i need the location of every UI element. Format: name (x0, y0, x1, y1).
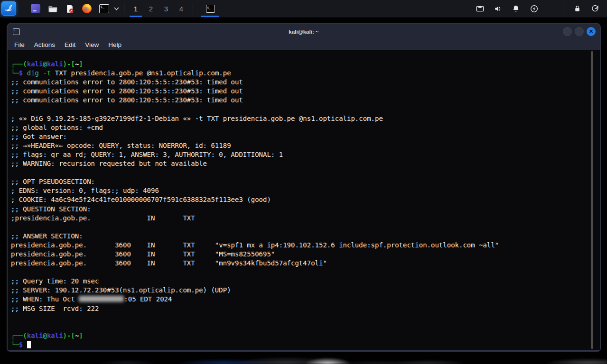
lock-icon[interactable] (572, 3, 582, 14)
terminal-icon: $_ (206, 5, 215, 13)
terminal-line: ;; ANSWER SECTION: (11, 232, 588, 241)
terminal-line: ; «» DiG 9.19.25-185-g392e7199df2-1-Debi… (11, 114, 588, 123)
taskbar-item-terminal[interactable]: $_ (201, 0, 220, 17)
terminal-window: › kali@kali: ~ ✕ FileActionsEditViewHelp… (7, 23, 601, 352)
menubar: FileActionsEditViewHelp (8, 39, 600, 50)
panel-separator (193, 3, 193, 14)
terminal-line: ;; Query time: 20 msec (11, 277, 588, 286)
desktop: $_ 1234 $_ (0, 0, 607, 364)
menu-file[interactable]: File (14, 41, 25, 48)
panel-separator (124, 3, 124, 14)
terminal-line: └─$ dig -t TXT presidencia.gob.pe @ns1.o… (11, 69, 588, 78)
terminal-line: ┌──(kali@kali)-[~] (11, 60, 588, 69)
app-window-icon[interactable] (30, 3, 41, 14)
menu-actions[interactable]: Actions (34, 41, 55, 48)
workspace-1[interactable]: 1 (128, 0, 143, 17)
volume-icon[interactable] (493, 3, 503, 14)
kali-menu-button[interactable] (1, 1, 16, 16)
terminal-content[interactable]: ┌──(kali@kali)-[~]└─$ dig -t TXT preside… (8, 50, 600, 350)
terminal-line: ;; Got answer: (11, 132, 588, 141)
terminal-line: ;; SERVER: 190.12.72.230#53(ns1.opticali… (11, 286, 588, 295)
terminal-line: ; EDNS: version: 0, flags:; udp: 4096 (11, 186, 588, 195)
terminal-line (11, 268, 588, 277)
panel-separator (23, 3, 23, 14)
scrollbar-thumb[interactable] (591, 51, 593, 349)
minimize-button[interactable] (563, 27, 572, 36)
power-manager-icon[interactable] (529, 3, 539, 14)
terminal-line (11, 313, 588, 322)
system-tray (471, 3, 607, 14)
terminal-line: ;; OPT PSEUDOSECTION: (11, 177, 588, 186)
maximize-button[interactable] (575, 27, 584, 36)
terminal-line: ;; →»HEADER«← opcode: QUERY, status: NOE… (11, 141, 588, 150)
window-title: kali@kali: ~ (8, 29, 600, 35)
terminal-line: ;; flags: qr aa rd; QUERY: 1, ANSWER: 3,… (11, 150, 588, 159)
workspace-4[interactable]: 4 (174, 0, 189, 17)
wallpaper-smoke (0, 351, 607, 364)
terminal-line (11, 105, 588, 114)
chevron-down-icon[interactable] (113, 3, 119, 14)
menu-edit[interactable]: Edit (65, 41, 75, 48)
kali-logo-icon (4, 3, 14, 14)
close-button[interactable]: ✕ (587, 27, 596, 36)
terminal-line (11, 322, 588, 331)
network-icon[interactable] (475, 3, 485, 14)
terminal-line: ;; MSG SIZE rcvd: 222 (11, 304, 588, 313)
terminal-line: presidencia.gob.pe. 3600 IN TXT "MS=ms82… (11, 250, 588, 259)
panel-separator (564, 3, 564, 14)
titlebar[interactable]: › kali@kali: ~ ✕ (8, 24, 600, 39)
top-panel: $_ 1234 $_ (0, 0, 607, 18)
terminal-line: presidencia.gob.pe. 3600 IN TXT "mn9v9s3… (11, 259, 588, 268)
terminal-line: ;presidencia.gob.pe. IN TXT (11, 214, 588, 223)
terminal-line: ;; QUESTION SECTION: (11, 205, 588, 214)
terminal-line (11, 223, 588, 232)
terminal-line: ┌──(kali@kali)-[~] (11, 331, 588, 340)
workspace-3[interactable]: 3 (159, 0, 174, 17)
terminal-line (11, 168, 588, 177)
terminal-line: ;; WHEN: Thu Oct :05 EDT 2024 (11, 295, 588, 304)
firefox-icon[interactable] (81, 3, 93, 14)
terminal-line: presidencia.gob.pe. 3600 IN TXT "v=spf1 … (11, 241, 588, 250)
terminal-line: ;; WARNING: recursion requested but not … (11, 159, 588, 168)
workspace-2[interactable]: 2 (143, 0, 159, 17)
terminal-line: ;; global options: +cmd (11, 123, 588, 132)
terminal-line: ;; communications error to 2800:120:5:5:… (11, 96, 588, 105)
terminal-line: └─$ (11, 340, 588, 349)
terminal-line: ;; communications error to 2800:120:5:5:… (11, 78, 588, 87)
workspace-switcher: 1234 (128, 0, 189, 17)
menu-help[interactable]: Help (108, 41, 121, 48)
terminal-line: ; COOKIE: 4a6c94e5f24c41fe010000006707f5… (11, 195, 588, 204)
file-manager-icon[interactable] (47, 3, 58, 14)
terminal-line: ;; communications error to 2800:120:5:5:… (11, 87, 588, 96)
notifications-bell-icon[interactable] (511, 3, 521, 14)
text-editor-icon[interactable] (64, 3, 75, 14)
terminal-cursor (27, 341, 31, 348)
logout-icon[interactable] (590, 3, 600, 14)
menu-view[interactable]: View (85, 41, 99, 48)
terminal-icon[interactable]: $_ (98, 3, 110, 14)
redacted-text (79, 296, 124, 302)
terminal-output: ┌──(kali@kali)-[~]└─$ dig -t TXT preside… (8, 50, 600, 349)
